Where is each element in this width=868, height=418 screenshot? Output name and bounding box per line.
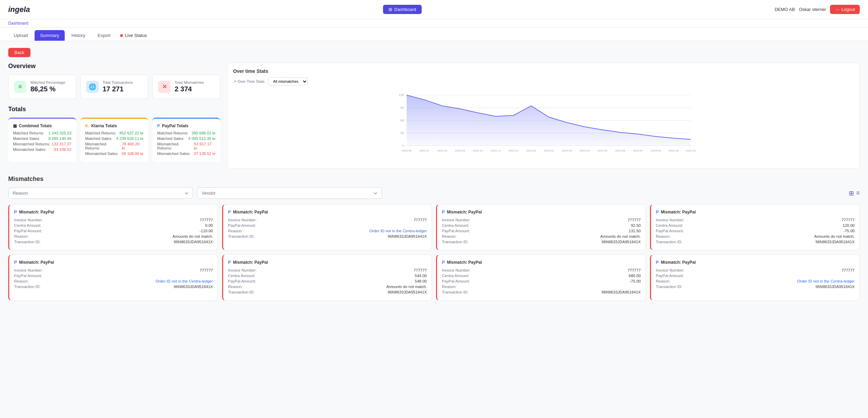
paypal-small-icon: P	[442, 209, 445, 214]
reason-filter[interactable]: Reason	[8, 187, 193, 199]
grid-view-button[interactable]: ⊞	[849, 190, 854, 197]
header: ingela ⊞ Dashboard DEMO AB Oskar sterner…	[0, 0, 868, 19]
mismatch-field: Invoice Number: 777777	[14, 268, 213, 272]
klarna-row-2: Mismatched Returns: 78 400.20 kr	[85, 142, 144, 150]
svg-text:2023-10: 2023-10	[473, 149, 483, 152]
paypal-title: P PayPal Totals	[157, 123, 216, 128]
total-transactions-label: Total Transactions	[103, 80, 133, 84]
totals-cards: ▦ Combined Totals Matched Returns: 1 243…	[8, 118, 220, 162]
mismatch-field: Invoice Number: 777777	[656, 218, 855, 222]
mismatch-field: PayPal Amount:	[228, 223, 427, 227]
mismatch-card: P Mismatch: PayPal Invoice Number: 77777…	[650, 204, 860, 250]
paypal-small-icon: P	[14, 260, 17, 265]
mismatch-field: Reason: Order ID not in the Centra-ledge…	[14, 279, 213, 283]
list-view-button[interactable]: ≡	[856, 190, 860, 197]
overview-chart-row: Overview ≡ Matched Percentage 86,25 % 🌐 …	[8, 63, 860, 169]
mismatch-card: P Mismatch: PayPal Invoice Number: 77777…	[650, 254, 860, 301]
paypal-small-icon: P	[656, 209, 659, 214]
tab-export[interactable]: Export	[92, 30, 116, 41]
mismatch-card: P Mismatch: PayPal Invoice Number: 77777…	[436, 254, 646, 301]
combined-row-1: Matched Sales: 8 285 140.46	[13, 136, 72, 141]
combined-icon: ▦	[13, 123, 17, 128]
svg-text:2023-11: 2023-11	[490, 149, 501, 152]
mismatch-card: P Mismatch: PayPal Invoice Number: 77777…	[436, 204, 646, 250]
mismatch-field: PayPal Amount: -110.00	[14, 229, 213, 233]
mismatch-field: Centra Amount: 92.50	[442, 223, 641, 227]
matched-percentage-value: 86,25 %	[30, 85, 65, 93]
mismatch-card: P Mismatch: PayPal Invoice Number: 77777…	[222, 204, 432, 250]
tab-history[interactable]: History	[66, 30, 91, 41]
svg-text:90: 90	[400, 106, 404, 109]
combined-totals-card: ▦ Combined Totals Matched Returns: 1 243…	[8, 118, 76, 162]
tab-upload[interactable]: Upload	[8, 30, 33, 41]
total-mismatches-card: ✕ Total Mismatches 2 374	[152, 75, 220, 99]
tab-summary[interactable]: Summary	[35, 30, 65, 41]
grid-icon: ⊞	[388, 7, 392, 12]
paypal-row-3: Mismatched Sales: 37 128.52 kr	[157, 152, 216, 156]
filter-row: Reason Vendor ⊞ ≡	[8, 187, 860, 199]
mismatch-field: Centra Amount: 680.00	[442, 274, 641, 278]
view-toggle: ⊞ ≡	[849, 190, 860, 197]
svg-text:2024-04: 2024-04	[579, 149, 590, 152]
svg-text:60: 60	[400, 119, 404, 122]
paypal-row-0: Matched Returns: 390 688.01 kr	[157, 131, 216, 135]
mismatch-field: Invoice Number: 777777	[228, 268, 427, 272]
nav-center: ⊞ Dashboard	[383, 5, 422, 14]
company-name: DEMO AB	[775, 7, 795, 12]
mismatch-field: PayPal Amount: 131.50	[442, 229, 641, 233]
matched-percentage-info: Matched Percentage 86,25 %	[30, 80, 65, 93]
matched-percentage-label: Matched Percentage	[30, 80, 65, 84]
chart-controls: ↗ Over Time Stats All mismatches	[233, 77, 854, 86]
mismatch-field: Reason: Amounts do not match.	[14, 234, 213, 238]
matched-percentage-icon: ≡	[14, 81, 26, 93]
svg-text:30: 30	[400, 131, 404, 135]
mismatch-header: P Mismatch: PayPal	[656, 209, 855, 214]
mismatch-grid: P Mismatch: PayPal Invoice Number: 77777…	[8, 204, 860, 301]
klarna-totals-card: K. Klarna Totals Matched Returns: 852 63…	[80, 118, 149, 162]
mismatch-field: Transaction ID: 96N8633JDA951641X	[442, 290, 641, 294]
paypal-small-icon: P	[656, 260, 659, 265]
logo-text: ingela	[8, 5, 30, 14]
svg-text:2023-09: 2023-09	[455, 149, 465, 152]
mismatch-field: PayPal Amount:	[14, 274, 213, 278]
chart-title: Over time Stats	[233, 68, 854, 74]
svg-text:2023-08: 2023-08	[437, 149, 447, 152]
dashboard-nav-button[interactable]: ⊞ Dashboard	[383, 5, 422, 14]
mismatch-field: Transaction ID: 96N8633JDA951641X	[228, 290, 427, 294]
matched-percentage-card: ≡ Matched Percentage 86,25 %	[8, 75, 76, 99]
user-name: Oskar sterner	[799, 7, 826, 12]
vendor-filter[interactable]: Vendor	[197, 187, 382, 199]
mismatch-field: Invoice Number: 777777	[228, 218, 427, 222]
live-status: Live Status	[120, 33, 147, 38]
overview-cards: ≡ Matched Percentage 86,25 % 🌐 Total Tra…	[8, 75, 220, 99]
trend-icon: ↗	[233, 79, 236, 84]
over-time-chart: 120 90 60 30 0 2023-06 2023-07	[233, 88, 854, 157]
breadcrumb[interactable]: Dashboard	[8, 21, 28, 26]
totals-title: Totals	[8, 106, 220, 113]
chart-dropdown[interactable]: All mismatches	[268, 77, 308, 86]
mismatch-field: Reason: Order ID not in the Centra-ledge…	[228, 229, 427, 233]
mismatch-field: Reason:	[442, 285, 641, 289]
mismatch-field: Reason: Amounts do not match.	[228, 285, 427, 289]
logout-button[interactable]: → Logout	[830, 5, 860, 14]
combined-row-3: Mismatched Sales: 93 236.52	[13, 147, 72, 152]
svg-text:2024-03: 2024-03	[562, 149, 572, 152]
total-mismatches-icon: ✕	[158, 81, 170, 93]
svg-text:2023-06: 2023-06	[401, 149, 412, 152]
paypal-totals-card: P PayPal Totals Matched Returns: 390 688…	[152, 118, 220, 162]
mismatch-field: Centra Amount: 0.00	[14, 223, 213, 227]
paypal-small-icon: P	[14, 209, 17, 214]
paypal-small-icon: P	[228, 209, 231, 214]
combined-title: ▦ Combined Totals	[13, 123, 72, 128]
svg-text:2024-01: 2024-01	[526, 149, 536, 152]
klarna-row-1: Matched Sales: 4 239 628.11 kr	[85, 136, 144, 141]
overview-left: Overview ≡ Matched Percentage 86,25 % 🌐 …	[8, 63, 220, 169]
klarna-row-3: Mismatched Sales: 56 108.00 kr	[85, 152, 144, 156]
mismatch-card: P Mismatch: PayPal Invoice Number: 77777…	[8, 254, 218, 301]
mismatch-field: Invoice Number: 777777	[442, 218, 641, 222]
svg-text:2023-12: 2023-12	[508, 149, 519, 152]
mismatch-header: P Mismatch: PayPal	[656, 260, 855, 265]
back-button[interactable]: Back	[8, 48, 30, 57]
totals-section: Totals ▦ Combined Totals Matched Returns…	[8, 106, 220, 162]
combined-row-2: Mismatched Returns: 132 317.37	[13, 142, 72, 146]
